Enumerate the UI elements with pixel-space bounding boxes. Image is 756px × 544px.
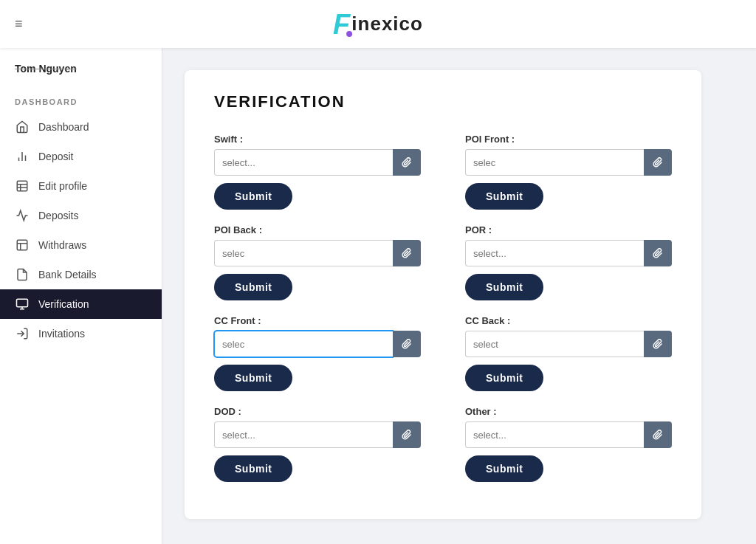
- svg-rect-7: [17, 240, 27, 250]
- sidebar-section-label: DASHBOARD: [0, 86, 162, 112]
- sidebar-username: Tom Nguyen: [0, 59, 162, 86]
- dod-submit-button[interactable]: Submit: [214, 455, 292, 482]
- poi-front-attach-button[interactable]: [644, 149, 672, 176]
- sidebar-item-verification[interactable]: Verification: [0, 289, 162, 319]
- poi-front-label: POI Front :: [465, 134, 672, 145]
- verification-card: VERIFICATION Swift : Submit POI Front :: [185, 70, 701, 519]
- other-field-row: [465, 421, 672, 448]
- sidebar-item-bank-details[interactable]: Bank Details: [0, 260, 162, 289]
- invitations-icon: [15, 326, 30, 341]
- deposits-icon: [15, 208, 30, 223]
- deposit-icon: [15, 149, 30, 164]
- cc-front-field-row: [214, 331, 421, 357]
- sidebar-item-label: Withdraws: [38, 239, 86, 251]
- swift-input[interactable]: [214, 149, 393, 176]
- por-field-group: POR : Submit: [465, 224, 672, 300]
- svg-rect-3: [17, 181, 27, 191]
- sidebar-item-label: Invitations: [38, 328, 85, 340]
- logo-text: inexico: [351, 13, 423, 35]
- cc-back-field-row: [465, 331, 672, 357]
- sidebar-item-dashboard[interactable]: Dashboard: [0, 112, 162, 142]
- verification-grid: Swift : Submit POI Front :: [214, 134, 672, 497]
- cc-front-submit-button[interactable]: Submit: [214, 365, 292, 391]
- header: ≡ F inexico: [0, 0, 756, 48]
- other-label: Other :: [465, 406, 672, 417]
- other-input[interactable]: [465, 421, 644, 448]
- sidebar-item-invitations[interactable]: Invitations: [0, 319, 162, 348]
- cc-back-field-group: CC Back : Submit: [465, 315, 672, 391]
- main-content: VERIFICATION Swift : Submit POI Front :: [162, 48, 756, 544]
- por-field-row: [465, 240, 672, 266]
- por-attach-button[interactable]: [644, 240, 672, 266]
- por-submit-button[interactable]: Submit: [465, 274, 543, 300]
- logo: F inexico: [333, 10, 423, 38]
- other-field-group: Other : Submit: [465, 406, 672, 482]
- sidebar-item-deposit[interactable]: Deposit: [0, 142, 162, 171]
- sidebar-item-deposits[interactable]: Deposits: [0, 201, 162, 230]
- poi-back-field-group: POI Back : Submit: [214, 224, 421, 300]
- sidebar-item-label: Deposits: [38, 210, 78, 221]
- home-icon: [15, 120, 30, 134]
- swift-label: Swift :: [214, 134, 421, 145]
- cc-back-input[interactable]: [465, 331, 644, 357]
- poi-front-input[interactable]: [465, 149, 644, 176]
- sidebar-item-edit-profile[interactable]: Edit profile: [0, 171, 162, 201]
- verification-icon: [15, 297, 30, 311]
- cc-front-label: CC Front :: [214, 315, 421, 326]
- menu-icon[interactable]: ≡: [15, 16, 23, 32]
- edit-profile-icon: [15, 179, 30, 193]
- dod-label: DOD :: [214, 406, 421, 417]
- other-submit-button[interactable]: Submit: [465, 455, 543, 482]
- sidebar-item-label: Edit profile: [38, 180, 87, 192]
- swift-attach-button[interactable]: [393, 149, 421, 176]
- cc-back-submit-button[interactable]: Submit: [465, 365, 543, 391]
- cc-back-attach-button[interactable]: [644, 331, 672, 357]
- swift-field-group: Swift : Submit: [214, 134, 421, 210]
- sidebar-item-label: Verification: [38, 298, 89, 310]
- poi-back-submit-button[interactable]: Submit: [214, 274, 292, 300]
- poi-back-attach-button[interactable]: [393, 240, 421, 266]
- swift-field-row: [214, 149, 421, 176]
- withdraws-icon: [15, 238, 30, 252]
- dod-input[interactable]: [214, 421, 393, 448]
- dod-attach-button[interactable]: [393, 421, 421, 448]
- por-label: POR :: [465, 224, 672, 235]
- cc-front-attach-button[interactable]: [393, 331, 421, 357]
- sidebar: Tom Nguyen DASHBOARD Dashboard Deposit E…: [0, 48, 162, 544]
- poi-front-field-group: POI Front : Submit: [465, 134, 672, 210]
- sidebar-item-label: Bank Details: [38, 269, 97, 280]
- poi-back-label: POI Back :: [214, 224, 421, 235]
- poi-back-field-row: [214, 240, 421, 266]
- swift-submit-button[interactable]: Submit: [214, 183, 292, 210]
- sidebar-item-label: Deposit: [38, 151, 73, 162]
- cc-front-input[interactable]: [214, 331, 393, 357]
- sidebar-item-label: Dashboard: [38, 121, 89, 133]
- poi-front-submit-button[interactable]: Submit: [465, 183, 543, 210]
- poi-front-field-row: [465, 149, 672, 176]
- dod-field-group: DOD : Submit: [214, 406, 421, 482]
- logo-f-icon: F: [333, 10, 350, 38]
- other-attach-button[interactable]: [644, 421, 672, 448]
- layout: Tom Nguyen DASHBOARD Dashboard Deposit E…: [0, 48, 756, 544]
- cc-front-field-group: CC Front : Submit: [214, 315, 421, 391]
- dod-field-row: [214, 421, 421, 448]
- svg-rect-10: [17, 299, 28, 307]
- poi-back-input[interactable]: [214, 240, 393, 266]
- cc-back-label: CC Back :: [465, 315, 672, 326]
- page-title: VERIFICATION: [214, 92, 672, 111]
- por-input[interactable]: [465, 240, 644, 266]
- bank-details-icon: [15, 267, 30, 282]
- sidebar-item-withdraws[interactable]: Withdraws: [0, 230, 162, 260]
